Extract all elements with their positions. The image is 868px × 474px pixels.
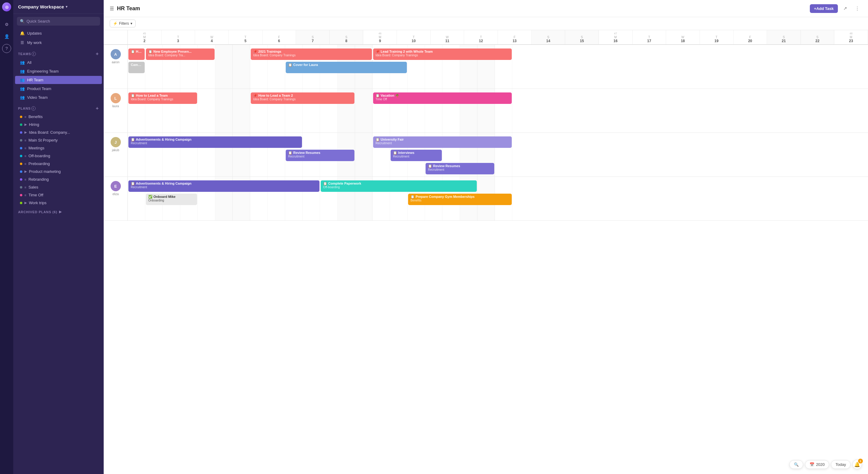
sidebar-item-plan-preboarding[interactable]: ≡Preboarding (15, 160, 102, 167)
task-sub-how-lead-team: Idea Board: Company Trainings (131, 98, 195, 101)
day-col-10: 00T10 (397, 30, 431, 44)
engineering-icon: 👥 (20, 69, 25, 73)
task-sub-prepare-gym: Benefits (410, 199, 509, 202)
all-team-label: All (27, 60, 31, 65)
task-bar-how-lead-team[interactable]: 📋 How to Lead a TeamIdea Board: Company … (128, 93, 197, 104)
person-row-eliza: Eeliza📋 Advertisements & Hiring Campaign… (104, 177, 868, 221)
day-col-11: 00W11 (431, 30, 464, 44)
sidebar-item-plan-idea-board[interactable]: ▶Idea Board: Company... (15, 129, 102, 136)
mywork-label: My work (27, 40, 41, 45)
sidebar-item-plan-off-boarding[interactable]: ≡Off-boarding (15, 152, 102, 160)
sidebar-item-plan-rebranding[interactable]: ≡Rebranding (15, 176, 102, 183)
zoom-search-button[interactable]: 🔍 (789, 460, 803, 469)
calendar-header: 45M200T300W400T500F600S700S846M900T1000W… (104, 30, 868, 45)
sidebar-item-plan-benefits[interactable]: ≡Benefits (15, 113, 102, 121)
sidebar-item-engineering[interactable]: 👥 Engineering Team (15, 67, 102, 75)
sidebar-item-mywork[interactable]: ☰ My work (15, 38, 102, 47)
settings-icon[interactable]: ⚙ (2, 20, 11, 29)
sidebar-item-plan-product-marketing[interactable]: ▶Product marketing (15, 168, 102, 175)
task-bar-ads-hiring-2[interactable]: 📋 Advertisements & Hiring CampaignRecrui… (128, 180, 319, 192)
task-sub-new-emp-pres: Idea Board: Company Tra... (148, 54, 212, 57)
add-task-button[interactable]: +Add Task (810, 4, 838, 13)
plans-section-header: PLANS i + (13, 102, 104, 113)
plan-type-icon-idea-board: ▶ (24, 130, 27, 134)
sidebar-item-plan-main-st[interactable]: ≡Main St Property (15, 136, 102, 144)
plan-type-icon-time-off: ≡ (24, 193, 26, 197)
add-task-label: +Add Task (814, 6, 834, 11)
year-button[interactable]: 📅 2020 (805, 460, 829, 469)
task-sub-onboard-mike: Onboarding (148, 199, 195, 202)
task-bar-new-emp-pres[interactable]: 📋 New Employee Presen...Idea Board: Comp… (146, 48, 215, 60)
hamburger-icon[interactable]: ☰ (110, 6, 114, 11)
filter-button[interactable]: ⚡ Filters ▾ (110, 20, 135, 27)
task-bar-how-lead-team-2[interactable]: 📌 How to Lead a Team 2Idea Board: Compan… (251, 93, 354, 104)
sidebar-item-plan-work-trips[interactable]: ▶Work trips (15, 199, 102, 207)
plan-dot-product-marketing (20, 170, 22, 173)
task-bar-complete-paperwork[interactable]: 📋 Complete PaperworkOff-boarding (321, 180, 477, 192)
main-header-left: ☰ HR Team (110, 5, 140, 12)
task-bar-ads-hiring[interactable]: 📋 Advertisements & Hiring CampaignRecrui… (128, 136, 302, 148)
task-bar-campus[interactable]: Campus (128, 62, 145, 73)
calendar-container[interactable]: NOVEMBER45M200T300W400T500F600S700S846M9… (104, 30, 868, 474)
person-name-eliza: eliza (113, 193, 119, 196)
bg-col-15-jakub (355, 133, 373, 176)
plan-type-icon-rebranding: ≡ (24, 178, 26, 181)
day-col-3: 00T3 (161, 30, 195, 44)
person-row-jakub: Jjakub📋 Advertisements & Hiring Campaign… (104, 133, 868, 177)
sidebar-item-updates[interactable]: 🔔 Updates (15, 29, 102, 38)
video-label: Video Team (27, 95, 48, 100)
archived-label: ARCHIVED PLANS (6) (18, 210, 57, 214)
task-bar-cover-laura[interactable]: 📋 Cover for Laura (286, 62, 407, 73)
teams-info-icon[interactable]: i (32, 52, 36, 56)
sidebar-item-plan-sales[interactable]: ≡Sales (15, 183, 102, 191)
sidebar-item-plan-meetings[interactable]: ≡Meetings (15, 144, 102, 152)
sidebar-item-plan-time-off[interactable]: ≡Time Off (15, 191, 102, 199)
task-sub-review-resumes-2: Recruitment (428, 168, 492, 171)
week-num-47: 47 (599, 32, 632, 35)
task-bar-review-resumes-2[interactable]: 📋 Review ResumesRecruitment (426, 163, 494, 174)
task-bar-interviews[interactable]: 📋 InterviewsRecruitment (391, 150, 442, 161)
day-col-16: 47M16 (599, 30, 632, 44)
task-sub-interviews: Recruitment (393, 155, 439, 158)
plan-label-off-boarding: Off-boarding (28, 154, 50, 158)
people-icon[interactable]: 👤 (2, 32, 11, 41)
task-bar-handbook[interactable]: 📋 Handbook (128, 48, 145, 60)
person-label-laura: Llaura (104, 89, 128, 133)
today-button[interactable]: Today (831, 460, 850, 469)
filter-label: Filters (119, 22, 129, 26)
workspace-title[interactable]: Company Workspace ▾ (18, 4, 67, 9)
plan-label-work-trips: Work trips (29, 201, 46, 205)
bg-col-8-laura (233, 89, 250, 133)
add-plan-button[interactable]: + (96, 106, 99, 111)
plan-dot-rebranding (20, 178, 22, 181)
sidebar-item-hr[interactable]: 👥 HR Team (15, 76, 102, 84)
sidebar-item-plan-hiring[interactable]: ▶Hiring (15, 121, 102, 128)
task-bar-review-resumes[interactable]: 📋 Review ResumesRecruitment (286, 150, 354, 161)
task-sub-review-resumes: Recruitment (288, 155, 352, 158)
workspace-name-label: Company Workspace (18, 4, 64, 9)
app-logo[interactable]: ◎ (2, 2, 11, 11)
task-bar-prepare-gym[interactable]: 📋 Prepare Company Gym MembershipsBenefit… (408, 194, 512, 205)
archived-plans[interactable]: ARCHIVED PLANS (6) ▶ (13, 207, 104, 217)
task-bar-onboard-mike[interactable]: ✅ Onboard MikeOnboarding (146, 194, 197, 205)
archived-chevron: ▶ (59, 210, 62, 214)
avatar-jakub: J (111, 137, 121, 147)
plan-label-rebranding: Rebranding (28, 177, 49, 181)
quick-search[interactable]: 🔍 Quick Search (17, 17, 100, 26)
add-team-button[interactable]: + (96, 52, 99, 56)
sidebar-item-video[interactable]: 👥 Video Team (15, 93, 102, 101)
sidebar-item-product[interactable]: 👥 Product Team (15, 84, 102, 93)
help-icon[interactable]: ? (2, 44, 11, 53)
sidebar-item-all[interactable]: 👥 All (15, 59, 102, 67)
task-bar-2021-trainings[interactable]: 📌 2021 TrainingsIdea Board: Company Trai… (251, 48, 372, 60)
bg-col-8-aaron (233, 45, 250, 89)
updates-icon: 🔔 (20, 31, 25, 36)
task-sub-ads-hiring-2: Recruitment (131, 185, 317, 189)
plans-info-icon[interactable]: i (31, 106, 36, 110)
more-options-button[interactable]: ⋮ (852, 4, 862, 13)
notification-button[interactable]: 🔔 1 (852, 460, 862, 469)
task-bar-university-fair[interactable]: 📋 University FairRecruitment (373, 136, 512, 148)
task-bar-lead-training-2[interactable]: 📌 Lead Training 2 with Whole TeamIdea Bo… (373, 48, 512, 60)
task-bar-vacation[interactable]: 📋 Vacation 🌴Time Off (373, 93, 512, 104)
share-button[interactable]: ↗ (840, 4, 850, 13)
